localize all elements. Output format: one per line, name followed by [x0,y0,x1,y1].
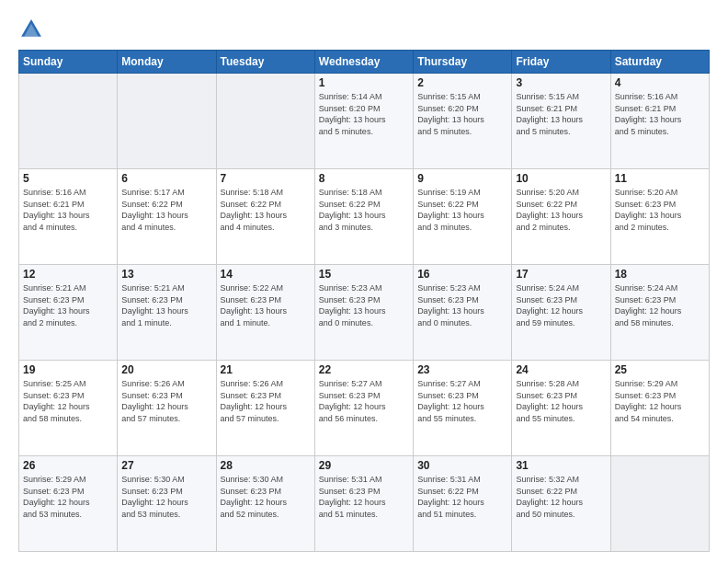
day-number: 8 [319,172,409,185]
day-number: 19 [23,363,113,376]
day-number: 12 [23,268,113,281]
calendar-cell [19,74,118,169]
calendar-cell: 24Sunrise: 5:28 AM Sunset: 6:23 PM Dayli… [512,361,610,456]
calendar-cell: 15Sunrise: 5:23 AM Sunset: 6:23 PM Dayli… [314,265,413,361]
calendar-header: SundayMondayTuesdayWednesdayThursdayFrid… [19,51,710,74]
logo-icon [18,17,44,42]
day-number: 24 [516,363,606,376]
calendar-cell: 13Sunrise: 5:21 AM Sunset: 6:23 PM Dayli… [118,265,216,361]
day-number: 30 [417,459,507,472]
day-info: Sunrise: 5:23 AM Sunset: 6:23 PM Dayligh… [319,282,409,328]
day-info: Sunrise: 5:19 AM Sunset: 6:22 PM Dayligh… [417,187,507,233]
calendar-cell: 19Sunrise: 5:25 AM Sunset: 6:23 PM Dayli… [19,361,118,456]
day-info: Sunrise: 5:30 AM Sunset: 6:23 PM Dayligh… [121,474,211,520]
day-number: 2 [417,76,507,89]
day-info: Sunrise: 5:16 AM Sunset: 6:21 PM Dayligh… [615,91,705,137]
day-info: Sunrise: 5:20 AM Sunset: 6:22 PM Dayligh… [516,187,606,233]
day-number: 25 [615,363,705,376]
day-info: Sunrise: 5:30 AM Sunset: 6:23 PM Dayligh… [221,474,311,520]
day-number: 22 [319,363,409,376]
day-number: 13 [121,268,211,281]
calendar-cell: 7Sunrise: 5:18 AM Sunset: 6:22 PM Daylig… [216,169,314,265]
day-number: 26 [23,459,113,472]
day-info: Sunrise: 5:31 AM Sunset: 6:22 PM Dayligh… [417,474,507,520]
day-info: Sunrise: 5:26 AM Sunset: 6:23 PM Dayligh… [221,378,311,424]
day-info: Sunrise: 5:15 AM Sunset: 6:20 PM Dayligh… [417,91,507,137]
calendar-body: 1Sunrise: 5:14 AM Sunset: 6:20 PM Daylig… [19,74,710,552]
day-info: Sunrise: 5:29 AM Sunset: 6:23 PM Dayligh… [615,378,705,424]
day-number: 31 [516,459,606,472]
weekday-row: SundayMondayTuesdayWednesdayThursdayFrid… [19,51,710,74]
calendar-cell: 5Sunrise: 5:16 AM Sunset: 6:21 PM Daylig… [19,169,118,265]
calendar-table: SundayMondayTuesdayWednesdayThursdayFrid… [18,50,710,552]
day-info: Sunrise: 5:28 AM Sunset: 6:23 PM Dayligh… [516,378,606,424]
weekday-header: Saturday [610,51,709,74]
calendar-cell: 1Sunrise: 5:14 AM Sunset: 6:20 PM Daylig… [314,74,413,169]
calendar-week-row: 26Sunrise: 5:29 AM Sunset: 6:23 PM Dayli… [19,456,710,552]
day-number: 7 [221,172,311,185]
calendar-cell: 29Sunrise: 5:31 AM Sunset: 6:23 PM Dayli… [314,456,413,552]
calendar-week-row: 12Sunrise: 5:21 AM Sunset: 6:23 PM Dayli… [19,265,710,361]
day-info: Sunrise: 5:26 AM Sunset: 6:23 PM Dayligh… [121,378,211,424]
weekday-header: Tuesday [216,51,314,74]
calendar-cell: 17Sunrise: 5:24 AM Sunset: 6:23 PM Dayli… [512,265,610,361]
calendar-cell: 11Sunrise: 5:20 AM Sunset: 6:23 PM Dayli… [610,169,709,265]
day-number: 23 [417,363,507,376]
day-info: Sunrise: 5:14 AM Sunset: 6:20 PM Dayligh… [319,91,409,137]
calendar-week-row: 5Sunrise: 5:16 AM Sunset: 6:21 PM Daylig… [19,169,710,265]
day-number: 17 [516,268,606,281]
day-info: Sunrise: 5:32 AM Sunset: 6:22 PM Dayligh… [516,474,606,520]
day-info: Sunrise: 5:29 AM Sunset: 6:23 PM Dayligh… [23,474,113,520]
day-number: 28 [221,459,311,472]
calendar-cell: 12Sunrise: 5:21 AM Sunset: 6:23 PM Dayli… [19,265,118,361]
calendar-cell: 21Sunrise: 5:26 AM Sunset: 6:23 PM Dayli… [216,361,314,456]
day-info: Sunrise: 5:27 AM Sunset: 6:23 PM Dayligh… [417,378,507,424]
calendar-cell: 16Sunrise: 5:23 AM Sunset: 6:23 PM Dayli… [414,265,512,361]
day-number: 3 [516,76,606,89]
calendar-cell [610,456,709,552]
logo [18,17,48,42]
day-info: Sunrise: 5:23 AM Sunset: 6:23 PM Dayligh… [417,282,507,328]
weekday-header: Wednesday [314,51,413,74]
day-number: 4 [615,76,705,89]
day-number: 29 [319,459,409,472]
day-info: Sunrise: 5:18 AM Sunset: 6:22 PM Dayligh… [319,187,409,233]
calendar-cell: 26Sunrise: 5:29 AM Sunset: 6:23 PM Dayli… [19,456,118,552]
day-number: 18 [615,268,705,281]
day-info: Sunrise: 5:16 AM Sunset: 6:21 PM Dayligh… [23,187,113,233]
weekday-header: Friday [512,51,610,74]
calendar-cell: 27Sunrise: 5:30 AM Sunset: 6:23 PM Dayli… [118,456,216,552]
day-info: Sunrise: 5:25 AM Sunset: 6:23 PM Dayligh… [23,378,113,424]
weekday-header: Sunday [19,51,118,74]
calendar-cell: 14Sunrise: 5:22 AM Sunset: 6:23 PM Dayli… [216,265,314,361]
calendar-cell: 30Sunrise: 5:31 AM Sunset: 6:22 PM Dayli… [414,456,512,552]
day-number: 16 [417,268,507,281]
calendar-cell: 18Sunrise: 5:24 AM Sunset: 6:23 PM Dayli… [610,265,709,361]
day-number: 14 [221,268,311,281]
calendar-week-row: 1Sunrise: 5:14 AM Sunset: 6:20 PM Daylig… [19,74,710,169]
day-info: Sunrise: 5:21 AM Sunset: 6:23 PM Dayligh… [23,282,113,328]
day-number: 5 [23,172,113,185]
day-number: 6 [121,172,211,185]
day-info: Sunrise: 5:24 AM Sunset: 6:23 PM Dayligh… [615,282,705,328]
calendar-cell: 8Sunrise: 5:18 AM Sunset: 6:22 PM Daylig… [314,169,413,265]
weekday-header: Monday [118,51,216,74]
day-number: 20 [121,363,211,376]
calendar-cell: 2Sunrise: 5:15 AM Sunset: 6:20 PM Daylig… [414,74,512,169]
day-number: 27 [121,459,211,472]
day-number: 10 [516,172,606,185]
calendar-cell: 28Sunrise: 5:30 AM Sunset: 6:23 PM Dayli… [216,456,314,552]
day-info: Sunrise: 5:27 AM Sunset: 6:23 PM Dayligh… [319,378,409,424]
day-info: Sunrise: 5:22 AM Sunset: 6:23 PM Dayligh… [221,282,311,328]
calendar-cell: 25Sunrise: 5:29 AM Sunset: 6:23 PM Dayli… [610,361,709,456]
day-number: 9 [417,172,507,185]
page: SundayMondayTuesdayWednesdayThursdayFrid… [0,0,728,563]
day-info: Sunrise: 5:21 AM Sunset: 6:23 PM Dayligh… [121,282,211,328]
calendar-cell [216,74,314,169]
header [18,17,710,42]
calendar-cell: 31Sunrise: 5:32 AM Sunset: 6:22 PM Dayli… [512,456,610,552]
calendar-cell: 10Sunrise: 5:20 AM Sunset: 6:22 PM Dayli… [512,169,610,265]
day-info: Sunrise: 5:24 AM Sunset: 6:23 PM Dayligh… [516,282,606,328]
day-info: Sunrise: 5:20 AM Sunset: 6:23 PM Dayligh… [615,187,705,233]
day-info: Sunrise: 5:18 AM Sunset: 6:22 PM Dayligh… [221,187,311,233]
